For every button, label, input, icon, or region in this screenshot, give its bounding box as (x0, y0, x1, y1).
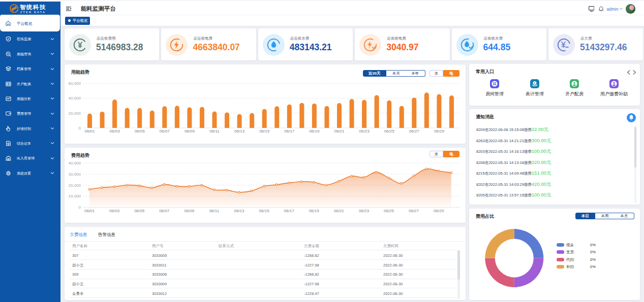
svg-text:20,000: 20,000 (69, 183, 81, 188)
svg-text:0: 0 (79, 205, 81, 210)
svg-text:06/03: 06/03 (109, 209, 120, 213)
svg-text:06/21: 06/21 (334, 209, 345, 213)
svg-text:06/15: 06/15 (259, 129, 270, 133)
svg-text:40,000: 40,000 (69, 161, 81, 165)
svg-text:06/01: 06/01 (84, 209, 95, 213)
svg-text:06/13: 06/13 (234, 209, 244, 213)
svg-text:06/09: 06/09 (185, 129, 195, 133)
svg-text:06/07: 06/07 (160, 129, 170, 133)
svg-text:40,000: 40,000 (69, 96, 81, 100)
svg-text:06/17: 06/17 (284, 129, 295, 133)
svg-text:06/23: 06/23 (359, 129, 370, 133)
svg-text:06/25: 06/25 (384, 129, 395, 133)
svg-text:10,000: 10,000 (69, 194, 81, 198)
svg-text:30,000: 30,000 (69, 172, 81, 177)
svg-text:06/19: 06/19 (309, 209, 320, 213)
svg-text:06/09: 06/09 (184, 209, 195, 213)
svg-text:06/29: 06/29 (434, 209, 444, 213)
svg-text:06/05: 06/05 (134, 209, 145, 213)
svg-text:06/27: 06/27 (409, 129, 420, 133)
svg-text:06/19: 06/19 (309, 129, 320, 133)
svg-text:06/27: 06/27 (409, 209, 419, 213)
svg-text:06/05: 06/05 (135, 129, 145, 133)
svg-text:06/11: 06/11 (209, 209, 220, 213)
svg-text:06/23: 06/23 (359, 209, 370, 213)
svg-text:06/21: 06/21 (334, 129, 345, 133)
svg-text:06/01: 06/01 (84, 129, 95, 133)
svg-text:06/03: 06/03 (110, 129, 120, 133)
svg-text:20,000: 20,000 (69, 111, 81, 116)
svg-text:06/11: 06/11 (209, 129, 220, 133)
svg-text:06/25: 06/25 (384, 209, 394, 213)
svg-text:60,000: 60,000 (69, 81, 81, 86)
svg-text:06/17: 06/17 (284, 209, 295, 213)
svg-text:0: 0 (79, 126, 81, 130)
svg-text:06/13: 06/13 (234, 129, 245, 133)
svg-text:06/15: 06/15 (259, 209, 270, 213)
svg-text:06/29: 06/29 (434, 129, 445, 133)
svg-text:06/07: 06/07 (159, 209, 170, 213)
